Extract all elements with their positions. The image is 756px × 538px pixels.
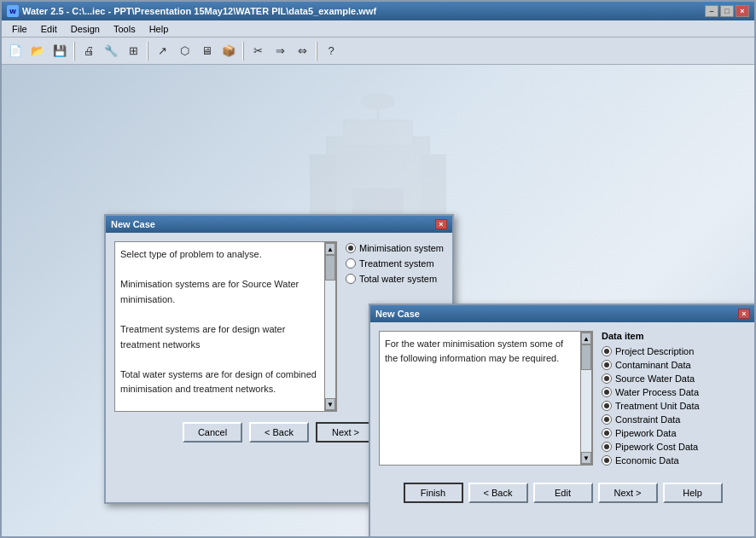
data-item-source-water-label: Source Water Data — [615, 373, 695, 384]
data-item-water-process-radio[interactable] — [602, 387, 612, 397]
dialog2-scroll-track — [581, 344, 591, 452]
toolbar-tools[interactable]: 🔧 — [101, 41, 121, 61]
toolbar-flow2[interactable]: ⇔ — [292, 41, 312, 61]
dialog2-close-button[interactable]: × — [738, 309, 750, 319]
toolbar-separator-4 — [316, 42, 317, 61]
data-item-treatment-unit[interactable]: Treatment Unit Data — [602, 401, 747, 411]
dialog2-next-button[interactable]: Next > — [598, 483, 658, 503]
toolbar-save[interactable]: 💾 — [49, 41, 70, 61]
dialog2-buttons: Finish < Back Edit Next > Help — [370, 474, 754, 508]
dialog2-scroll-up[interactable]: ▲ — [581, 333, 591, 344]
dialog2-scroll-down[interactable]: ▼ — [581, 452, 591, 464]
data-item-contaminant-radio[interactable] — [602, 360, 612, 370]
dialog2-info-text: For the water minimisation system some o… — [380, 332, 580, 465]
data-item-project-radio[interactable] — [602, 346, 612, 356]
toolbar-help[interactable]: ? — [321, 41, 341, 61]
scroll-thumb[interactable] — [325, 255, 335, 281]
toolbar-cut[interactable]: ✂ — [247, 41, 268, 61]
menu-edit[interactable]: Edit — [34, 22, 64, 36]
data-item-contaminant[interactable]: Contaminant Data — [602, 360, 747, 370]
maximize-button[interactable]: □ — [720, 5, 734, 17]
dialog2-edit-button[interactable]: Edit — [533, 483, 593, 503]
toolbar-flow[interactable]: ⇒ — [270, 41, 290, 61]
content-area: New Case × Select type of problem to ana… — [2, 65, 754, 536]
dialog1-cancel-button[interactable]: Cancel — [183, 422, 242, 443]
toolbar-separator-3 — [242, 42, 244, 61]
menu-tools[interactable]: Tools — [107, 22, 142, 36]
dialog2-back-button[interactable]: < Back — [468, 483, 528, 503]
data-item-constraint-label: Constraint Data — [615, 414, 680, 425]
data-item-economic[interactable]: Economic Data — [602, 455, 747, 466]
radio-minimisation-circle[interactable] — [346, 243, 356, 253]
toolbar-open[interactable]: 📂 — [27, 41, 48, 61]
dialog2-text-area: For the water minimisation system some o… — [379, 331, 593, 466]
close-button[interactable]: × — [736, 5, 749, 17]
data-item-pipework-radio[interactable] — [602, 428, 612, 438]
dialog1-back-button[interactable]: < Back — [249, 422, 309, 443]
dialog2-right-section: Data item Project Description Contaminan… — [602, 331, 747, 466]
svg-rect-1 — [344, 120, 412, 146]
title-bar: W Water 2.5 - C:\...iec - PPT\Presentati… — [2, 2, 754, 20]
data-item-project[interactable]: Project Description — [602, 346, 747, 356]
data-item-contaminant-label: Contaminant Data — [615, 360, 691, 370]
svg-point-6 — [361, 93, 395, 110]
dialog-new-case-2: New Case × For the water minimisation sy… — [369, 304, 754, 536]
data-item-constraint[interactable]: Constraint Data — [602, 414, 747, 425]
menu-design[interactable]: Design — [64, 22, 107, 36]
dialog1-title-bar: New Case × — [106, 216, 452, 233]
radio-total-water-circle[interactable] — [346, 274, 356, 284]
dialog2-finish-button[interactable]: Finish — [404, 483, 463, 503]
dialog2-scrollbar[interactable]: ▲ ▼ — [580, 332, 592, 465]
data-item-pipework-cost-radio[interactable] — [602, 442, 612, 452]
scroll-track — [325, 255, 335, 398]
data-item-pipework-cost[interactable]: Pipework Cost Data — [602, 442, 747, 452]
dialog1-close-button[interactable]: × — [435, 219, 447, 229]
dialog2-help-button[interactable]: Help — [663, 483, 723, 503]
data-item-source-water[interactable]: Source Water Data — [602, 373, 747, 384]
dialog1-next-button[interactable]: Next > — [316, 422, 375, 443]
menu-bar: File Edit Design Tools Help — [2, 20, 754, 38]
toolbar-print[interactable]: 🖨 — [79, 41, 99, 61]
toolbar-select[interactable]: ↗ — [152, 41, 172, 61]
data-item-economic-label: Economic Data — [615, 455, 679, 466]
menu-help[interactable]: Help — [142, 22, 176, 36]
data-item-water-process[interactable]: Water Process Data — [602, 387, 747, 397]
radio-treatment[interactable]: Treatment system — [346, 258, 444, 269]
dialog1-text-area: Select type of problem to analyse. Minim… — [114, 241, 337, 412]
radio-minimisation-label: Minimisation system — [359, 243, 444, 253]
toolbar-new[interactable]: 📄 — [5, 41, 26, 61]
scroll-up-button[interactable]: ▲ — [325, 243, 335, 255]
menu-file[interactable]: File — [5, 22, 34, 36]
data-item-treatment-unit-radio[interactable] — [602, 401, 612, 411]
dialog1-title: New Case — [111, 219, 155, 229]
minimize-button[interactable]: – — [705, 5, 718, 17]
toolbar-pipe[interactable]: 📦 — [218, 41, 239, 61]
toolbar-grid[interactable]: ⊞ — [123, 41, 143, 61]
dialog2-scroll-thumb[interactable] — [581, 344, 591, 370]
app-icon: W — [7, 5, 19, 17]
toolbar-separator-1 — [73, 42, 75, 61]
data-item-list: Project Description Contaminant Data Sou… — [602, 346, 747, 466]
svg-rect-3 — [421, 154, 446, 223]
radio-treatment-label: Treatment system — [359, 258, 434, 269]
radio-treatment-circle[interactable] — [346, 258, 356, 269]
dialog2-left-section: For the water minimisation system some o… — [379, 331, 593, 466]
app-title: Water 2.5 - C:\...iec - PPT\Presentation… — [22, 6, 376, 16]
app-window: W Water 2.5 - C:\...iec - PPT\Presentati… — [0, 0, 756, 538]
dialog1-description: Select type of problem to analyse. Minim… — [115, 242, 324, 411]
radio-total-water-label: Total water system — [359, 274, 437, 284]
toolbar-monitor[interactable]: 🖥 — [196, 41, 217, 61]
toolbar-node[interactable]: ⬡ — [174, 41, 195, 61]
radio-minimisation[interactable]: Minimisation system — [346, 243, 444, 253]
scroll-down-button[interactable]: ▼ — [325, 398, 335, 410]
radio-total-water[interactable]: Total water system — [346, 274, 444, 284]
dialog1-scrollbar[interactable]: ▲ ▼ — [324, 242, 336, 411]
dialog2-title: New Case — [375, 309, 420, 319]
data-item-water-process-label: Water Process Data — [615, 387, 699, 397]
data-item-constraint-radio[interactable] — [602, 414, 612, 425]
data-item-source-water-radio[interactable] — [602, 373, 612, 384]
data-item-economic-radio[interactable] — [602, 455, 612, 466]
data-item-pipework[interactable]: Pipework Data — [602, 428, 747, 438]
title-bar-controls: – □ × — [705, 5, 749, 17]
data-item-pipework-label: Pipework Data — [615, 428, 677, 438]
